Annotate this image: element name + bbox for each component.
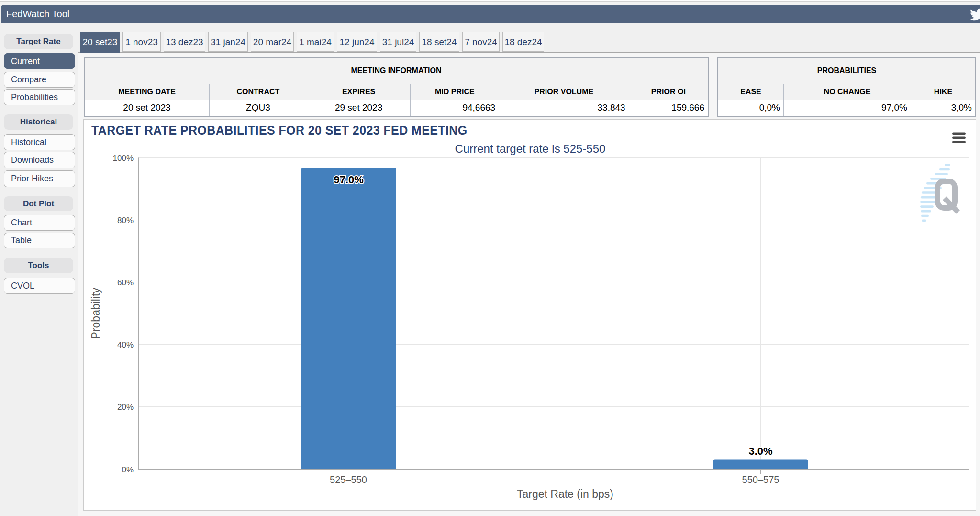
svg-text:Probability: Probability: [89, 288, 102, 339]
svg-text:20%: 20%: [117, 403, 134, 412]
svg-text:525–550: 525–550: [330, 474, 367, 485]
svg-text:40%: 40%: [117, 340, 134, 349]
svg-text:100%: 100%: [113, 154, 134, 163]
svg-text:Current target rate is 525-550: Current target rate is 525-550: [455, 142, 606, 155]
svg-text:97.0%: 97.0%: [334, 174, 364, 186]
svg-text:550–575: 550–575: [742, 474, 780, 485]
svg-text:0%: 0%: [122, 465, 134, 474]
svg-text:60%: 60%: [117, 278, 134, 287]
svg-text:Target Rate (in bps): Target Rate (in bps): [517, 488, 613, 500]
svg-text:80%: 80%: [117, 216, 134, 225]
svg-text:3.0%: 3.0%: [748, 445, 772, 457]
